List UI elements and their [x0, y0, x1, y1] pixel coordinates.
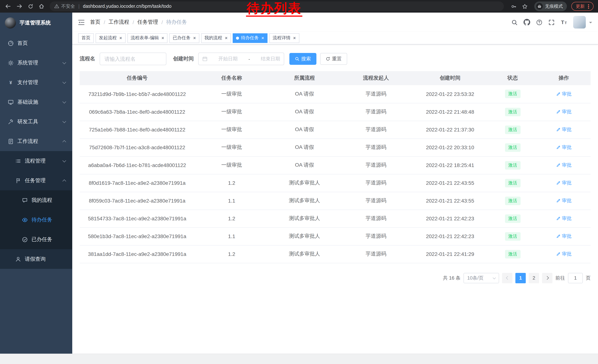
page-button-1[interactable]: 1	[515, 273, 526, 283]
close-tag-icon[interactable]: ×	[293, 36, 296, 40]
security-label: 不安全	[61, 3, 75, 9]
table-row-1: 069c6a63-7b8a-11ec-8ef0-acde48001122一级审批…	[80, 103, 590, 121]
starter-cell: 芋道源码	[340, 227, 412, 245]
starter-cell: 芋道源码	[340, 245, 412, 263]
sidebar-item-5[interactable]: 工作流程	[0, 131, 72, 151]
back-icon[interactable]	[3, 1, 13, 11]
dashboard-icon	[8, 40, 14, 46]
not-secure-chip[interactable]: 不安全	[54, 3, 75, 9]
font-size-icon[interactable]: TT	[561, 19, 567, 25]
tab-tag-5[interactable]: 待办任务×	[233, 33, 267, 43]
task-name-cell: 一级审批	[195, 85, 269, 103]
process-name-input[interactable]	[100, 53, 166, 65]
annotation-todo-list: 待办列表	[246, 1, 302, 16]
start-date-placeholder: 开始日期	[218, 56, 238, 62]
bookmark-star-icon[interactable]	[519, 1, 530, 11]
sidebar-menu: 首页系统管理¥支付管理基础设施研发工具工作流程流程管理任务管理我的流程待办任务已…	[0, 33, 72, 269]
sidebar-item-4[interactable]: 研发工具	[0, 112, 72, 131]
sidebar-item-11[interactable]: 请假查询	[0, 249, 72, 269]
close-tag-icon[interactable]: ×	[119, 36, 122, 40]
approve-link[interactable]: 审批	[556, 91, 572, 97]
collapse-sidebar-button[interactable]	[78, 19, 84, 25]
table-body: 73211d9d-7b9b-11ec-b5b7-acde48001122一级审批…	[80, 85, 590, 263]
process-cell: 测试多审批人	[269, 192, 340, 210]
action-cell: 审批	[537, 227, 590, 245]
approve-link[interactable]: 审批	[556, 144, 572, 151]
reload-icon[interactable]	[25, 1, 36, 11]
url-text: dashboard.yudao.iocoder.cn/bpm/task/todo	[83, 4, 172, 9]
approve-link[interactable]: 审批	[556, 215, 572, 222]
approve-link[interactable]: 审批	[556, 251, 572, 257]
approve-link[interactable]: 审批	[556, 108, 572, 115]
chevron-down-icon	[62, 119, 66, 123]
close-tag-icon[interactable]: ×	[261, 36, 264, 40]
sidebar-item-10[interactable]: 已办任务	[0, 230, 72, 249]
filter-bar: 流程名 创建时间 开始日期 - 结束日期	[80, 53, 590, 65]
sidebar-item-0[interactable]: 首页	[0, 33, 72, 53]
incognito-badge: 无痕模式	[534, 1, 567, 11]
tab-tag-6[interactable]: 流程详情×	[269, 33, 299, 43]
sidebar-item-3[interactable]: 基础设施	[0, 92, 72, 112]
tab-tag-3[interactable]: 已办任务×	[169, 33, 199, 43]
sidebar-item-label: 任务管理	[25, 177, 46, 184]
date-range-picker[interactable]: 开始日期 - 结束日期	[198, 53, 284, 65]
search-icon[interactable]	[511, 19, 518, 25]
chevron-down-icon	[62, 159, 66, 162]
github-icon[interactable]	[523, 19, 530, 25]
status-badge: 激活	[505, 232, 520, 241]
close-tag-icon[interactable]: ×	[193, 36, 196, 40]
process-cell: 测试多审批人	[269, 227, 340, 245]
user-avatar[interactable]	[573, 16, 586, 29]
gear-icon	[8, 60, 14, 66]
approve-link[interactable]: 审批	[556, 197, 572, 204]
tab-tag-0[interactable]: 首页	[78, 33, 94, 43]
approve-link[interactable]: 审批	[556, 162, 572, 169]
breadcrumb-item-0[interactable]: 首页	[90, 19, 100, 25]
sidebar-item-9[interactable]: 待办任务	[0, 210, 72, 230]
prev-page-button[interactable]	[502, 273, 512, 283]
key-icon[interactable]	[508, 1, 519, 11]
breadcrumb-item-2[interactable]: 任务管理	[137, 19, 158, 25]
task-name-cell: 1.2	[195, 245, 269, 263]
approve-link[interactable]: 审批	[556, 233, 572, 240]
created-time-cell: 2022-01-22 21:48:48	[412, 103, 489, 121]
tab-tag-2[interactable]: 流程表单-编辑×	[127, 33, 167, 43]
column-header-1: 任务名称	[195, 71, 269, 85]
sidebar-item-2[interactable]: ¥支付管理	[0, 73, 72, 92]
pen-icon	[556, 198, 560, 203]
close-tag-icon[interactable]: ×	[161, 36, 164, 40]
app-logo[interactable]: 芋道管理系统	[0, 13, 72, 33]
breadcrumb-item-1[interactable]: 工作流程	[108, 19, 129, 25]
search-button[interactable]: 搜索	[289, 53, 316, 65]
status-cell: 激活	[488, 121, 537, 138]
help-icon[interactable]	[536, 19, 542, 25]
close-tag-icon[interactable]: ×	[225, 36, 228, 40]
page-size-select[interactable]: 10条/页	[464, 273, 499, 283]
chevron-down-icon[interactable]	[589, 22, 592, 25]
sidebar-item-1[interactable]: 系统管理	[0, 53, 72, 73]
sidebar-item-label: 请假查询	[25, 256, 46, 262]
forward-icon[interactable]	[14, 1, 25, 11]
table-row-6: 8f059c03-7ac8-11ec-a9e2-a2380e71991a1.1测…	[80, 192, 590, 210]
task-id-cell: 580e1b3d-7ac8-11ec-a9e2-a2380e71991a	[80, 227, 195, 245]
sidebar-item-7[interactable]: 任务管理	[0, 171, 72, 190]
approve-link[interactable]: 审批	[556, 180, 572, 186]
app-header: 首页/工作流程/任务管理/待办任务 TT	[72, 13, 598, 32]
tab-tag-4[interactable]: 我的流程×	[201, 33, 231, 43]
sidebar-item-label: 首页	[17, 40, 28, 47]
home-icon[interactable]	[36, 1, 47, 11]
approve-link[interactable]: 审批	[556, 126, 572, 133]
tags-bar: 首页发起流程×流程表单-编辑×已办任务×我的流程×待办任务×流程详情×	[72, 32, 598, 44]
fullscreen-icon[interactable]	[548, 19, 555, 25]
action-cell: 审批	[537, 245, 590, 263]
next-page-button[interactable]	[542, 273, 552, 283]
page-button-2[interactable]: 2	[529, 273, 539, 283]
goto-page-input[interactable]	[568, 273, 583, 283]
tab-tag-1[interactable]: 发起流程×	[96, 33, 125, 43]
sidebar-item-8[interactable]: 我的流程	[0, 190, 72, 210]
action-cell: 审批	[537, 138, 590, 156]
update-button[interactable]: 更新	[571, 2, 594, 11]
reset-button[interactable]: 重置	[320, 53, 347, 65]
browser-menu-icon[interactable]	[588, 6, 589, 7]
sidebar-item-6[interactable]: 流程管理	[0, 151, 72, 171]
